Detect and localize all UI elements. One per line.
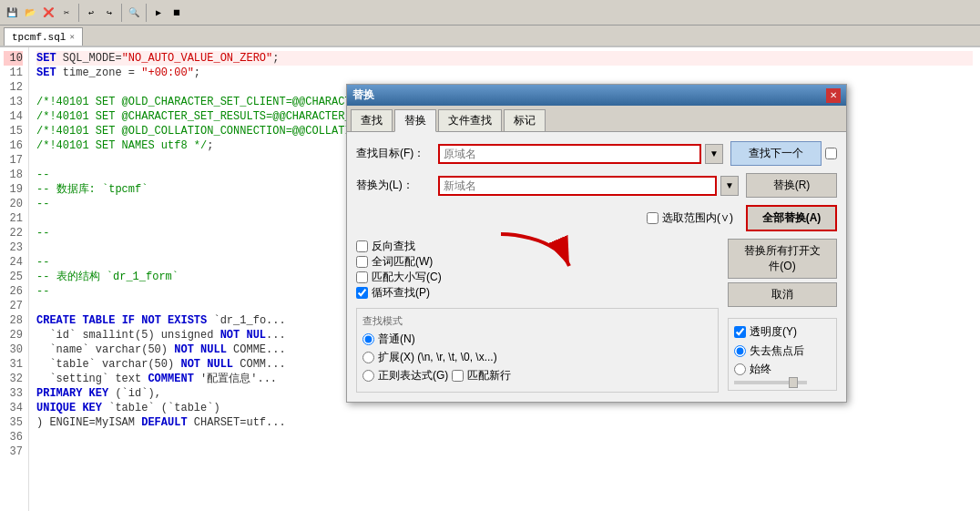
tab-replace[interactable]: 替换 bbox=[394, 109, 436, 132]
checkbox-whole-word[interactable]: 全词匹配(W) bbox=[356, 254, 719, 270]
toolbar: 💾 📂 ❌ ✂ ↩ ↪ 🔍 ▶ ⏹ bbox=[0, 0, 980, 26]
bottom-section: 反向查找 全词匹配(W) 匹配大小写(C) 循环查找(P) 查找模式 普通(N)… bbox=[356, 239, 837, 393]
replace-input-wrap: ▼ bbox=[438, 176, 739, 196]
search-mode-section: 查找模式 普通(N) 扩展(X) (\n, \r, \t, \0, \x...)… bbox=[356, 308, 719, 393]
toolbar-icon-1[interactable]: 💾 bbox=[4, 5, 20, 21]
find-next-button[interactable]: 查找下一个 bbox=[730, 141, 822, 166]
tab-tpcmf-sql[interactable]: tpcmf.sql ✕ bbox=[4, 27, 83, 46]
transparency-checkbox[interactable]: 透明度(Y) bbox=[734, 324, 831, 340]
left-col: 反向查找 全词匹配(W) 匹配大小写(C) 循环查找(P) 查找模式 普通(N)… bbox=[356, 239, 719, 393]
toolbar-sep-3 bbox=[146, 4, 147, 22]
tab-file-find[interactable]: 文件查找 bbox=[438, 109, 502, 131]
toolbar-icon-2[interactable]: 📂 bbox=[22, 5, 38, 21]
find-label: 查找目标(F)： bbox=[356, 146, 438, 161]
checkbox-wrap[interactable]: 循环查找(P) bbox=[356, 285, 719, 301]
transparency-slider[interactable] bbox=[734, 381, 807, 384]
dialog-tabs: 查找 替换 文件查找 标记 bbox=[347, 106, 846, 132]
scope-label: 选取范围内(∨) bbox=[662, 210, 733, 226]
dialog-titlebar: 替换 ✕ bbox=[347, 85, 846, 106]
find-input-wrap: ▼ bbox=[438, 144, 723, 164]
toolbar-icon-8[interactable]: ▶ bbox=[150, 5, 167, 21]
toolbar-icon-9[interactable]: ⏹ bbox=[168, 5, 185, 21]
find-input[interactable] bbox=[438, 144, 701, 164]
replace-in-files-button[interactable]: 替换所有打开文件(O) bbox=[728, 239, 837, 279]
tabbar: tpcmf.sql ✕ bbox=[0, 26, 980, 47]
toolbar-sep-1 bbox=[78, 4, 79, 22]
line-numbers: 1011121314151617181920212223242526272829… bbox=[0, 47, 29, 511]
dialog-close-button[interactable]: ✕ bbox=[826, 88, 841, 103]
find-checkbox[interactable] bbox=[825, 148, 837, 159]
checkbox-match-case[interactable]: 匹配大小写(C) bbox=[356, 270, 719, 285]
toolbar-icon-5[interactable]: ↩ bbox=[83, 5, 99, 21]
toolbar-sep-2 bbox=[121, 4, 122, 22]
dialog-title: 替换 bbox=[352, 87, 374, 103]
checkbox-reverse[interactable]: 反向查找 bbox=[356, 239, 719, 254]
find-dropdown[interactable]: ▼ bbox=[705, 144, 723, 164]
radio-normal[interactable]: 普通(N) bbox=[362, 332, 712, 347]
radio-focus-lost[interactable]: 失去焦点后 bbox=[734, 343, 831, 359]
tab-label: tpcmf.sql bbox=[12, 32, 66, 43]
editor-container: 1011121314151617181920212223242526272829… bbox=[0, 47, 980, 511]
right-col: 替换所有打开文件(O) 取消 透明度(Y) 失去焦点后 始终 bbox=[728, 239, 837, 393]
replace-input[interactable] bbox=[438, 176, 717, 196]
scope-row: 选取范围内(∨) 全部替换(A) bbox=[356, 205, 837, 231]
slider-thumb bbox=[789, 377, 798, 388]
slider-container bbox=[734, 381, 831, 384]
scope-checkbox[interactable] bbox=[647, 212, 658, 224]
tab-find[interactable]: 查找 bbox=[351, 109, 393, 131]
tab-close-icon[interactable]: ✕ bbox=[69, 32, 74, 42]
replace-dialog[interactable]: 替换 ✕ 查找 替换 文件查找 标记 查找目标(F)： ▼ 查找下一个 bbox=[346, 84, 847, 403]
replace-field-row: 替换为(L)： ▼ 替换(R) bbox=[356, 173, 837, 198]
transparency-section: 透明度(Y) 失去焦点后 始终 bbox=[728, 318, 837, 391]
checkboxes-section: 反向查找 全词匹配(W) 匹配大小写(C) 循环查找(P) bbox=[356, 239, 719, 301]
radio-regex[interactable]: 正则表达式(G) 匹配新行 bbox=[362, 368, 712, 383]
replace-dropdown[interactable]: ▼ bbox=[720, 176, 739, 196]
find-field-row: 查找目标(F)： ▼ 查找下一个 bbox=[356, 141, 837, 166]
replace-button[interactable]: 替换(R) bbox=[746, 173, 837, 198]
dialog-body: 查找目标(F)： ▼ 查找下一个 替换为(L)： ▼ 替换(R) bbox=[347, 132, 846, 402]
radio-always[interactable]: 始终 bbox=[734, 362, 831, 377]
toolbar-icon-7[interactable]: 🔍 bbox=[126, 5, 142, 21]
radio-extended[interactable]: 扩展(X) (\n, \r, \t, \0, \x...) bbox=[362, 350, 712, 365]
toolbar-icon-6[interactable]: ↪ bbox=[101, 5, 117, 21]
replace-label: 替换为(L)： bbox=[356, 178, 438, 193]
cancel-button[interactable]: 取消 bbox=[728, 282, 837, 307]
toolbar-icon-3[interactable]: ❌ bbox=[40, 5, 56, 21]
replace-all-button[interactable]: 全部替换(A) bbox=[746, 205, 837, 231]
toolbar-icon-4[interactable]: ✂ bbox=[58, 5, 75, 21]
tab-mark[interactable]: 标记 bbox=[504, 109, 546, 131]
search-mode-title: 查找模式 bbox=[362, 314, 712, 328]
